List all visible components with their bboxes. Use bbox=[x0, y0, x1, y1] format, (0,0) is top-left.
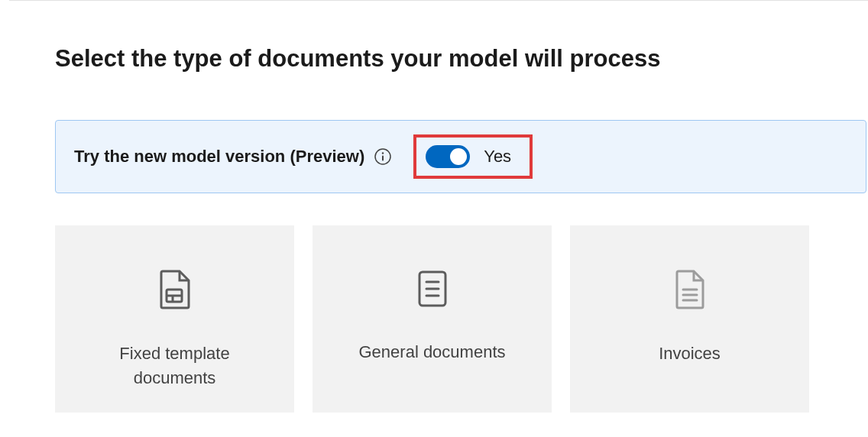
svg-rect-2 bbox=[382, 156, 384, 161]
info-icon[interactable] bbox=[374, 147, 392, 166]
main-container: Select the type of documents your model … bbox=[0, 1, 868, 413]
preview-banner: Try the new model version (Preview) Yes bbox=[55, 120, 866, 193]
card-invoices[interactable]: Invoices bbox=[570, 225, 809, 413]
invoices-icon bbox=[674, 270, 706, 312]
toggle-highlight-box: Yes bbox=[413, 134, 533, 179]
preview-toggle[interactable] bbox=[426, 145, 470, 168]
toggle-state-label: Yes bbox=[484, 147, 511, 167]
card-label: Invoices bbox=[628, 342, 751, 366]
card-general-documents[interactable]: General documents bbox=[313, 225, 552, 413]
svg-point-1 bbox=[382, 152, 384, 154]
card-label: General documents bbox=[329, 340, 536, 364]
general-documents-icon bbox=[417, 270, 448, 311]
card-label: Fixed template documents bbox=[55, 342, 294, 390]
preview-label: Try the new model version (Preview) bbox=[74, 147, 364, 167]
document-type-cards: Fixed template documents General documen… bbox=[55, 225, 868, 413]
card-fixed-template[interactable]: Fixed template documents bbox=[55, 225, 294, 413]
toggle-knob bbox=[450, 148, 467, 165]
fixed-template-icon bbox=[158, 270, 192, 312]
page-title: Select the type of documents your model … bbox=[55, 45, 868, 73]
